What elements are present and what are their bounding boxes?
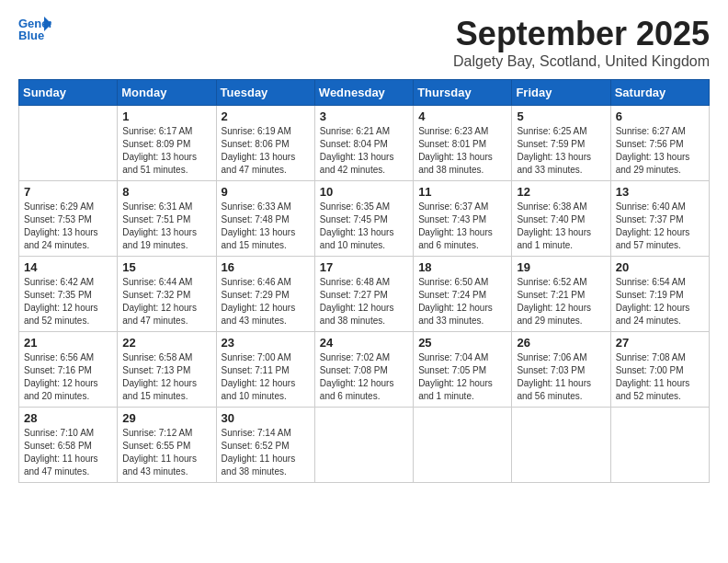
week-row-4: 21Sunrise: 6:56 AM Sunset: 7:16 PM Dayli…: [19, 332, 710, 408]
day-cell: 26Sunrise: 7:06 AM Sunset: 7:03 PM Dayli…: [512, 332, 610, 408]
weekday-header-sunday: Sunday: [19, 80, 118, 106]
day-info: Sunrise: 6:35 AM Sunset: 7:45 PM Dayligh…: [320, 201, 394, 250]
day-cell: 17Sunrise: 6:48 AM Sunset: 7:27 PM Dayli…: [314, 257, 413, 332]
day-number: 13: [616, 185, 704, 199]
day-cell: 28Sunrise: 7:10 AM Sunset: 6:58 PM Dayli…: [19, 408, 118, 483]
day-cell: 13Sunrise: 6:40 AM Sunset: 7:37 PM Dayli…: [610, 181, 709, 257]
day-info: Sunrise: 7:00 AM Sunset: 7:11 PM Dayligh…: [222, 352, 296, 401]
day-cell: 12Sunrise: 6:38 AM Sunset: 7:40 PM Dayli…: [512, 181, 610, 257]
day-cell: 4Sunrise: 6:23 AM Sunset: 8:01 PM Daylig…: [414, 106, 512, 181]
day-number: 14: [24, 260, 112, 274]
day-number: 22: [122, 336, 210, 350]
week-row-2: 7Sunrise: 6:29 AM Sunset: 7:53 PM Daylig…: [19, 181, 710, 257]
calendar-title: September 2025: [453, 15, 710, 53]
day-cell: 14Sunrise: 6:42 AM Sunset: 7:35 PM Dayli…: [19, 257, 118, 332]
day-info: Sunrise: 6:46 AM Sunset: 7:29 PM Dayligh…: [222, 277, 296, 326]
day-number: 20: [616, 260, 704, 274]
day-info: Sunrise: 6:38 AM Sunset: 7:40 PM Dayligh…: [517, 201, 591, 250]
day-cell: 22Sunrise: 6:58 AM Sunset: 7:13 PM Dayli…: [118, 332, 216, 408]
calendar-header: SundayMondayTuesdayWednesdayThursdayFrid…: [19, 80, 710, 106]
calendar-body: 1Sunrise: 6:17 AM Sunset: 8:09 PM Daylig…: [19, 106, 710, 483]
day-number: 4: [418, 109, 506, 123]
day-cell: 6Sunrise: 6:27 AM Sunset: 7:56 PM Daylig…: [610, 106, 709, 181]
weekday-header-thursday: Thursday: [414, 80, 512, 106]
day-cell: 29Sunrise: 7:12 AM Sunset: 6:55 PM Dayli…: [118, 408, 216, 483]
weekday-header-tuesday: Tuesday: [216, 80, 314, 106]
weekday-header-wednesday: Wednesday: [314, 80, 413, 106]
day-number: 12: [517, 185, 605, 199]
logo-icon: General Blue: [18, 15, 51, 42]
day-number: 17: [320, 260, 408, 274]
day-info: Sunrise: 7:08 AM Sunset: 7:00 PM Dayligh…: [616, 352, 690, 401]
day-info: Sunrise: 6:42 AM Sunset: 7:35 PM Dayligh…: [24, 277, 98, 326]
day-cell: [19, 106, 118, 181]
day-number: 19: [517, 260, 605, 274]
day-info: Sunrise: 6:31 AM Sunset: 7:51 PM Dayligh…: [122, 201, 197, 250]
day-cell: 16Sunrise: 6:46 AM Sunset: 7:29 PM Dayli…: [216, 257, 314, 332]
day-info: Sunrise: 6:56 AM Sunset: 7:16 PM Dayligh…: [24, 352, 98, 401]
day-number: 27: [616, 336, 704, 350]
day-number: 9: [222, 185, 310, 199]
header: General Blue September 2025 Dalgety Bay,…: [18, 15, 710, 70]
day-number: 6: [616, 109, 704, 123]
day-info: Sunrise: 7:04 AM Sunset: 7:05 PM Dayligh…: [418, 352, 493, 401]
calendar-table: SundayMondayTuesdayWednesdayThursdayFrid…: [18, 79, 710, 483]
day-number: 28: [24, 411, 112, 425]
day-number: 5: [517, 109, 605, 123]
week-row-5: 28Sunrise: 7:10 AM Sunset: 6:58 PM Dayli…: [19, 408, 710, 483]
day-info: Sunrise: 6:29 AM Sunset: 7:53 PM Dayligh…: [24, 201, 98, 250]
day-number: 24: [320, 336, 408, 350]
day-info: Sunrise: 6:23 AM Sunset: 8:01 PM Dayligh…: [418, 126, 493, 175]
day-cell: 5Sunrise: 6:25 AM Sunset: 7:59 PM Daylig…: [512, 106, 610, 181]
day-number: 1: [122, 109, 210, 123]
day-cell: 21Sunrise: 6:56 AM Sunset: 7:16 PM Dayli…: [19, 332, 118, 408]
day-cell: 30Sunrise: 7:14 AM Sunset: 6:52 PM Dayli…: [216, 408, 314, 483]
day-number: 10: [320, 185, 408, 199]
day-info: Sunrise: 6:37 AM Sunset: 7:43 PM Dayligh…: [418, 201, 493, 250]
weekday-header-saturday: Saturday: [610, 80, 709, 106]
logo: General Blue: [18, 15, 51, 42]
day-number: 8: [122, 185, 210, 199]
day-number: 2: [222, 109, 310, 123]
day-cell: 27Sunrise: 7:08 AM Sunset: 7:00 PM Dayli…: [610, 332, 709, 408]
day-info: Sunrise: 6:19 AM Sunset: 8:06 PM Dayligh…: [222, 126, 296, 175]
day-cell: 3Sunrise: 6:21 AM Sunset: 8:04 PM Daylig…: [314, 106, 413, 181]
day-cell: [512, 408, 610, 483]
calendar-subtitle: Dalgety Bay, Scotland, United Kingdom: [453, 53, 710, 70]
day-cell: [414, 408, 512, 483]
day-number: 26: [517, 336, 605, 350]
day-info: Sunrise: 7:06 AM Sunset: 7:03 PM Dayligh…: [517, 352, 591, 401]
day-info: Sunrise: 6:27 AM Sunset: 7:56 PM Dayligh…: [616, 126, 690, 175]
day-info: Sunrise: 6:25 AM Sunset: 7:59 PM Dayligh…: [517, 126, 591, 175]
day-info: Sunrise: 6:52 AM Sunset: 7:21 PM Dayligh…: [517, 277, 591, 326]
day-number: 21: [24, 336, 112, 350]
day-number: 23: [222, 336, 310, 350]
day-cell: 2Sunrise: 6:19 AM Sunset: 8:06 PM Daylig…: [216, 106, 314, 181]
day-number: 11: [418, 185, 506, 199]
day-number: 25: [418, 336, 506, 350]
day-info: Sunrise: 6:17 AM Sunset: 8:09 PM Dayligh…: [122, 126, 197, 175]
day-number: 15: [122, 260, 210, 274]
day-cell: 8Sunrise: 6:31 AM Sunset: 7:51 PM Daylig…: [118, 181, 216, 257]
day-info: Sunrise: 6:44 AM Sunset: 7:32 PM Dayligh…: [122, 277, 197, 326]
day-info: Sunrise: 7:14 AM Sunset: 6:52 PM Dayligh…: [222, 428, 296, 477]
day-cell: 18Sunrise: 6:50 AM Sunset: 7:24 PM Dayli…: [414, 257, 512, 332]
svg-text:Blue: Blue: [18, 29, 44, 42]
day-cell: 25Sunrise: 7:04 AM Sunset: 7:05 PM Dayli…: [414, 332, 512, 408]
day-cell: 7Sunrise: 6:29 AM Sunset: 7:53 PM Daylig…: [19, 181, 118, 257]
day-info: Sunrise: 6:58 AM Sunset: 7:13 PM Dayligh…: [122, 352, 197, 401]
day-cell: 19Sunrise: 6:52 AM Sunset: 7:21 PM Dayli…: [512, 257, 610, 332]
day-info: Sunrise: 6:33 AM Sunset: 7:48 PM Dayligh…: [222, 201, 296, 250]
day-cell: 10Sunrise: 6:35 AM Sunset: 7:45 PM Dayli…: [314, 181, 413, 257]
day-info: Sunrise: 6:54 AM Sunset: 7:19 PM Dayligh…: [616, 277, 690, 326]
day-number: 30: [222, 411, 310, 425]
day-cell: 24Sunrise: 7:02 AM Sunset: 7:08 PM Dayli…: [314, 332, 413, 408]
day-number: 16: [222, 260, 310, 274]
day-info: Sunrise: 6:21 AM Sunset: 8:04 PM Dayligh…: [320, 126, 394, 175]
weekday-header-friday: Friday: [512, 80, 610, 106]
day-info: Sunrise: 7:12 AM Sunset: 6:55 PM Dayligh…: [122, 428, 197, 477]
day-info: Sunrise: 6:40 AM Sunset: 7:37 PM Dayligh…: [616, 201, 690, 250]
day-cell: 1Sunrise: 6:17 AM Sunset: 8:09 PM Daylig…: [118, 106, 216, 181]
day-info: Sunrise: 7:02 AM Sunset: 7:08 PM Dayligh…: [320, 352, 394, 401]
day-cell: 23Sunrise: 7:00 AM Sunset: 7:11 PM Dayli…: [216, 332, 314, 408]
